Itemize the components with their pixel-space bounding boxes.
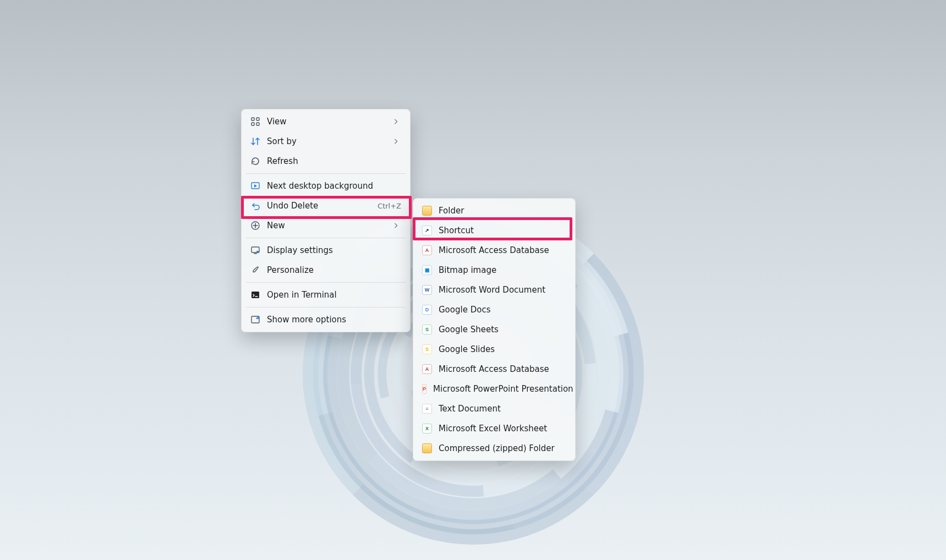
nextbg-icon xyxy=(250,181,260,191)
menu-item-label: Microsoft Excel Worksheet xyxy=(439,424,566,433)
filetype-bitmap-icon: ▦ xyxy=(422,265,432,275)
desktop-context-menu: ViewSort byRefreshNext desktop backgroun… xyxy=(241,109,411,332)
chevron-right-icon xyxy=(391,136,401,146)
new-menu-item-zip[interactable]: Compressed (zipped) Folder xyxy=(415,438,573,458)
undo-icon xyxy=(250,201,260,211)
new-menu-item-gslides[interactable]: SGoogle Slides xyxy=(415,339,573,359)
new-menu-item-word[interactable]: WMicrosoft Word Document xyxy=(415,280,573,300)
menu-item-label: Display settings xyxy=(267,245,401,255)
menu-item-shortcut: Ctrl+Z xyxy=(378,202,401,210)
menu-item-label: Next desktop background xyxy=(267,181,401,191)
menu-separator xyxy=(246,173,406,174)
menu-item-label: Microsoft Word Document xyxy=(439,285,566,295)
new-menu-item-bitmap[interactable]: ▦Bitmap image xyxy=(415,260,573,280)
menu-item-label: Compressed (zipped) Folder xyxy=(439,443,566,453)
menu-item-label: Personalize xyxy=(267,265,401,275)
menu-item-label: Google Docs xyxy=(439,305,566,315)
new-menu-item-txt[interactable]: ≡Text Document xyxy=(415,399,573,419)
menu-item-undo[interactable]: Undo DeleteCtrl+Z xyxy=(244,196,408,216)
menu-item-label: Bitmap image xyxy=(439,265,566,275)
new-icon xyxy=(250,221,260,230)
new-submenu: Folder↗ShortcutAMicrosoft Access Databas… xyxy=(413,198,576,461)
filetype-text-icon: ≡ xyxy=(422,404,432,414)
sort-icon xyxy=(250,136,260,146)
menu-item-label: Refresh xyxy=(267,156,401,166)
new-menu-item-access2[interactable]: AMicrosoft Access Database xyxy=(415,359,573,379)
menu-item-label: New xyxy=(267,221,385,230)
menu-item-label: Microsoft PowerPoint Presentation xyxy=(433,384,573,394)
menu-item-label: Google Sheets xyxy=(439,325,566,334)
filetype-folder-icon xyxy=(422,206,432,216)
menu-item-new[interactable]: New xyxy=(244,216,408,235)
filetype-docs-icon: D xyxy=(422,305,432,315)
more-icon xyxy=(250,315,260,325)
new-menu-item-xls[interactable]: XMicrosoft Excel Worksheet xyxy=(415,419,573,438)
menu-item-label: Microsoft Access Database xyxy=(439,364,566,374)
chevron-right-icon xyxy=(391,221,401,230)
menu-separator xyxy=(246,282,406,283)
menu-item-sort[interactable]: Sort by xyxy=(244,131,408,151)
desktop-background[interactable]: ViewSort byRefreshNext desktop backgroun… xyxy=(0,0,946,560)
filetype-slides-icon: S xyxy=(422,344,432,354)
menu-separator xyxy=(246,238,406,238)
menu-item-label: Google Slides xyxy=(439,344,566,354)
new-menu-item-folder[interactable]: Folder xyxy=(415,201,573,221)
filetype-excel-icon: X xyxy=(422,424,432,433)
menu-item-label: Undo Delete xyxy=(267,201,371,211)
filetype-word-icon: W xyxy=(422,285,432,295)
menu-separator xyxy=(246,307,406,308)
chevron-right-icon xyxy=(391,117,401,127)
menu-item-personal[interactable]: Personalize xyxy=(244,260,408,280)
menu-item-nextbg[interactable]: Next desktop background xyxy=(244,176,408,196)
menu-item-view[interactable]: View xyxy=(244,112,408,131)
filetype-zip-icon xyxy=(422,443,432,453)
grid-icon xyxy=(250,117,260,127)
menu-item-label: Open in Terminal xyxy=(267,290,401,300)
filetype-short-icon: ↗ xyxy=(422,226,432,235)
filetype-sheets-icon: S xyxy=(422,325,432,334)
new-menu-item-access1[interactable]: AMicrosoft Access Database xyxy=(415,240,573,260)
filetype-access-icon: A xyxy=(422,245,432,255)
menu-item-label: Text Document xyxy=(439,404,566,414)
menu-item-label: Show more options xyxy=(267,315,401,325)
brush-icon xyxy=(250,265,260,275)
terminal-icon xyxy=(250,290,260,300)
menu-item-refresh[interactable]: Refresh xyxy=(244,151,408,171)
menu-item-label: Folder xyxy=(439,206,566,216)
display-icon xyxy=(250,245,260,255)
new-menu-item-ppt[interactable]: PMicrosoft PowerPoint Presentation xyxy=(415,379,573,399)
menu-item-label: Shortcut xyxy=(439,226,566,235)
menu-item-label: Sort by xyxy=(267,136,385,146)
menu-item-more[interactable]: Show more options xyxy=(244,310,408,330)
menu-item-label: Microsoft Access Database xyxy=(439,245,566,255)
filetype-ppt-icon: P xyxy=(422,384,426,394)
new-menu-item-shortcut[interactable]: ↗Shortcut xyxy=(415,221,573,240)
menu-item-label: View xyxy=(267,117,385,127)
menu-item-terminal[interactable]: Open in Terminal xyxy=(244,285,408,305)
new-menu-item-gsheets[interactable]: SGoogle Sheets xyxy=(415,320,573,339)
filetype-access-icon: A xyxy=(422,364,432,374)
new-menu-item-gdocs[interactable]: DGoogle Docs xyxy=(415,300,573,320)
refresh-icon xyxy=(250,156,260,166)
menu-item-display[interactable]: Display settings xyxy=(244,240,408,260)
